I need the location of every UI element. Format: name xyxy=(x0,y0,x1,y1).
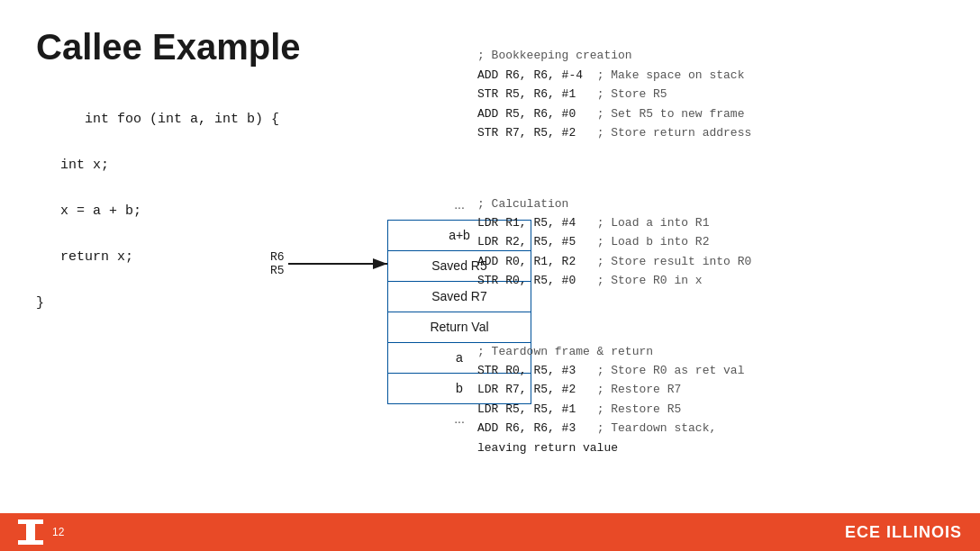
asm-section-bookkeeping: ; Bookkeeping creation ADD R6, R6, #-4 ;… xyxy=(477,27,962,162)
svg-rect-2 xyxy=(18,519,43,524)
svg-rect-4 xyxy=(18,540,43,545)
footer-logo-area: 12 xyxy=(18,519,64,545)
svg-rect-3 xyxy=(26,524,35,540)
asm-section-teardown: ; Teardown frame & return STR R0, R5, #3… xyxy=(477,322,962,477)
right-panel: ; Bookkeeping creation ADD R6, R6, #-4 ;… xyxy=(477,27,962,490)
register-labels: R6 R5 xyxy=(270,250,396,277)
register-arrow xyxy=(288,255,396,273)
code-line2: int x; xyxy=(36,158,109,173)
code-block: int foo (int a, int b) { int x; x = a + … xyxy=(36,85,324,338)
code-line1: int foo (int a, int b) { xyxy=(85,112,279,127)
page-number: 12 xyxy=(52,526,64,538)
code-line5: } xyxy=(36,295,44,311)
left-panel: Callee Example int foo (int a, int b) { … xyxy=(36,27,324,338)
asm-s1-comment: ; Bookkeeping creation ADD R6, R6, #-4 ;… xyxy=(477,49,751,140)
asm-section-calculation: ; Calculation LDR R1, R5, #4 ; Load a in… xyxy=(477,175,962,310)
reg1-label: R6 xyxy=(270,250,285,264)
slide-title: Callee Example xyxy=(36,27,324,67)
asm-s2-comment: ; Calculation LDR R1, R5, #4 ; Load a in… xyxy=(477,197,751,288)
reg2-label: R5 xyxy=(270,264,285,277)
asm-s3-comment: ; Teardown frame & return STR R0, R5, #3… xyxy=(477,345,744,455)
brand-label: ECE ILLINOIS xyxy=(845,523,962,542)
illinois-i-logo xyxy=(18,519,43,545)
code-line4: return x; xyxy=(36,249,133,265)
code-line3: x = a + b; xyxy=(36,203,141,219)
footer: 12 ECE ILLINOIS xyxy=(0,513,980,551)
